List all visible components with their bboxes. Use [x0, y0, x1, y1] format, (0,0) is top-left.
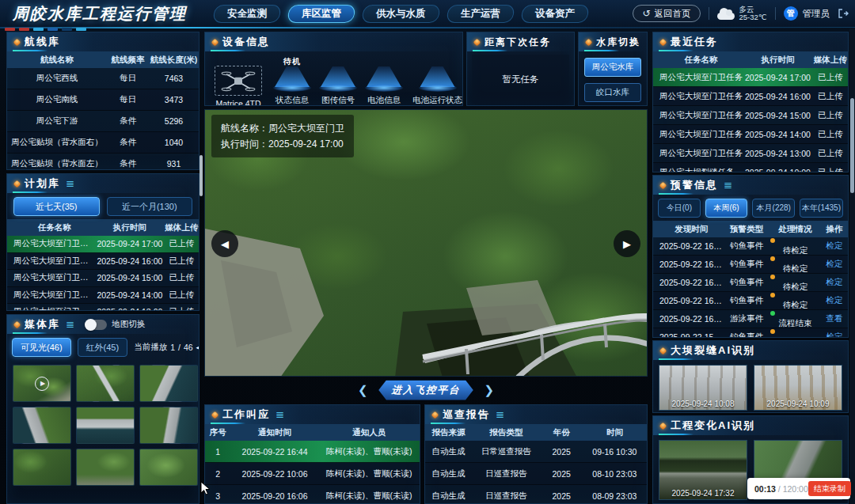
reservoir-option[interactable]: 皎口水库: [584, 83, 641, 102]
route-row[interactable]: 周公宅贴坝（背水面右） 条件 1040: [7, 132, 199, 153]
device-status-item[interactable]: 电池信息: [367, 56, 401, 106]
alert-row[interactable]: 2025-09-22 16:32 钓鱼事件 待检定 检定: [653, 292, 848, 310]
work-row[interactable]: 1 2025-09-22 16:44 陈柯(未读)、曹顺(未读): [205, 441, 420, 463]
device-status-item[interactable]: 待机 状态信息: [275, 56, 310, 106]
list-icon: ≣: [66, 320, 74, 330]
panel-marker-icon: [211, 411, 219, 419]
alert-tab[interactable]: 本年(1435): [800, 199, 843, 218]
next-video-button[interactable]: ▶: [614, 230, 640, 257]
route-row[interactable]: 周公宅贴坝（背水面左） 条件 931: [7, 153, 199, 170]
alert-row[interactable]: 2025-09-22 16:32 钓鱼事件 待检定 检定: [653, 237, 848, 256]
panel-header: 航线库: [7, 32, 199, 51]
media-tab[interactable]: 红外(45): [78, 338, 128, 357]
status-dot: [770, 275, 775, 279]
alert-row[interactable]: 2025-09-22 16:32 钓鱼事件 待检定 检定: [653, 256, 848, 274]
device-status-item[interactable]: 图传信号: [321, 56, 355, 106]
plan-row[interactable]: 周公宅大坝至门卫任务 2025-09-24 14:00 已上传: [7, 287, 199, 305]
route-row[interactable]: 周公宅南线 每日 3473: [7, 89, 199, 111]
map-toggle[interactable]: [85, 320, 107, 330]
panel-title: 大坝裂缝AI识别: [671, 343, 755, 358]
plan-tab[interactable]: 近一个月(130): [107, 197, 193, 216]
media-tab[interactable]: 可见光(46): [12, 338, 71, 357]
media-library-panel: 媒体库 ≣ 地图切换 可见光(46)红外(45) 当前播放 1 / 46 ◀ ▶…: [6, 314, 200, 504]
plan-row[interactable]: 周公宅大坝至门卫任务 2025-09-24 17:00 已上传: [7, 236, 199, 253]
media-thumbnail[interactable]: ▶: [76, 449, 135, 486]
media-thumbnail[interactable]: ▶: [139, 449, 198, 486]
nav-tab[interactable]: 安全监测: [212, 5, 281, 23]
next-task-empty: 暂无任务: [472, 55, 569, 104]
alert-row[interactable]: 2025-09-22 16:32 游泳事件 流程结束 查看: [653, 310, 848, 328]
alert-row[interactable]: 2025-09-22 16:32 钓鱼事件 待检定 检定: [653, 274, 848, 292]
recent-task-row[interactable]: 周公宅大坝至门卫任务 2025-09-24 14:00 已上传: [653, 125, 848, 144]
media-tabs: 可见光(46)红外(45) 当前播放 1 / 46 ◀ ▶: [7, 334, 199, 360]
nav-tab[interactable]: 库区监管: [287, 5, 355, 23]
plan-row[interactable]: 周公宅大坝至门卫任务 2025-09-24 15:00 已上传: [7, 270, 199, 287]
avatar: 管: [784, 6, 798, 21]
change-image[interactable]: 2025-09-24 17:32: [659, 440, 747, 500]
crack-image[interactable]: 2025-09-24 10:09: [754, 365, 842, 411]
nav-tab[interactable]: 设备资产: [520, 5, 589, 23]
media-thumbnail[interactable]: ▶: [13, 449, 71, 486]
media-thumbnail[interactable]: ▶: [139, 365, 198, 402]
recent-task-row[interactable]: 周公宅大坝至门卫任务 2025-09-24 16:00 已上传: [653, 87, 848, 106]
prev-video-button[interactable]: ◀: [211, 230, 238, 257]
media-thumbnail[interactable]: ▶: [13, 365, 71, 402]
logout-icon[interactable]: [838, 8, 849, 19]
plan-row[interactable]: 周公宅大坝至门卫任务 2025-09-24 16:00 已上传: [7, 253, 199, 271]
alert-row[interactable]: 2025-09-22 15:33 钓鱼事件 待检定 检定: [653, 328, 848, 338]
plan-tab[interactable]: 近七天(35): [13, 197, 100, 216]
left-column-scroll-thumb[interactable]: [200, 155, 203, 196]
alert-tab[interactable]: 本月(228): [752, 199, 795, 218]
alert-action-link[interactable]: 检定: [821, 332, 848, 338]
dashboard-root: 周皎水库工程运行管理 安全监测库区监管供水与水质生产运营设备资产 ↺ 返回首页 …: [0, 0, 855, 504]
panel-marker-icon: [659, 181, 667, 189]
route-row[interactable]: 周公宅西线 每日 7463: [7, 68, 199, 89]
page-scrollbar[interactable]: [849, 28, 855, 504]
back-home-button[interactable]: ↺ 返回首页: [633, 5, 700, 22]
report-row[interactable]: 自动生成 日常巡查报告 2025 09-16 10:30: [425, 441, 647, 463]
report-row[interactable]: 自动生成 日巡查报告 2025 08-09 23:03: [425, 485, 647, 504]
scrollbar-thumb[interactable]: [850, 98, 854, 193]
alert-tab[interactable]: 今日(0): [658, 199, 701, 218]
user-widget[interactable]: 管 管理员: [784, 6, 830, 21]
table-header: 发现时间 预警类型 处理情况 操作: [653, 221, 848, 237]
plan-row[interactable]: 周公宅大坝至门卫任务 2025-09-24 13:00 已上传: [7, 304, 199, 311]
panel-header: 设备信息: [205, 32, 462, 51]
flight-platform-button[interactable]: 进入飞控平台: [371, 381, 481, 400]
alert-action-link[interactable]: 查看: [821, 313, 848, 324]
work-row[interactable]: 3 2025-09-20 16:06 陈柯(未读)、曹顺(未读): [205, 485, 420, 504]
stop-recording-button[interactable]: 结束录制: [808, 481, 851, 496]
media-thumbnail[interactable]: ▶: [13, 407, 71, 444]
table-header: 航线名称 航线频率 航线长度(米): [7, 51, 199, 68]
work-row[interactable]: 2 2025-09-22 10:06 陈柯(未读)、曹顺(未读): [205, 463, 420, 485]
nav-tab[interactable]: 供水与水质: [361, 5, 440, 23]
recent-task-row[interactable]: 周公宅大坝至门卫任务 2025-09-24 13:00 已上传: [653, 144, 848, 163]
media-thumbnail[interactable]: ▶: [76, 365, 135, 402]
weather-temp: 25-32℃: [739, 13, 767, 21]
report-row[interactable]: 自动生成 日巡查报告 2025 08-10 23:03: [425, 463, 647, 485]
recent-task-row[interactable]: 周公宅大坝至门卫任务 2025-09-24 17:00 已上传: [653, 68, 848, 87]
media-thumbnail[interactable]: ▶: [76, 407, 135, 444]
nav-tab[interactable]: 生产运营: [446, 5, 515, 23]
next-task-panel: 距离下次任务 暂无任务: [466, 32, 575, 106]
work-response-panel: 工作叫应 ≣ 序号 通知时间 通知人员 1 2025-09-22 16:44 陈…: [204, 404, 420, 504]
alert-action-link[interactable]: 检定: [821, 277, 848, 288]
map-toggle-label: 地图切换: [112, 319, 145, 330]
media-thumbnail[interactable]: ▶: [139, 407, 198, 444]
device-status-item[interactable]: 电池运行状态: [412, 56, 462, 106]
now-playing: 当前播放 1 / 46 ◀ ▶: [134, 342, 200, 353]
alert-action-link[interactable]: 检定: [821, 259, 848, 270]
recent-task-row[interactable]: 周公宅大坝裂缝任务 2025-09-24 10:00 已上传: [653, 163, 848, 172]
reservoir-option[interactable]: 周公宅水库: [584, 58, 641, 77]
table-header: 任务名称 执行时间 媒体上传: [653, 51, 848, 68]
route-row[interactable]: 周公宅下游 条件 5296: [7, 111, 199, 132]
route-library-panel: 航线库 航线名称 航线频率 航线长度(米) 周公宅西线 每日 7463 周公宅南…: [6, 32, 200, 170]
alert-action-link[interactable]: 检定: [821, 241, 848, 252]
prev-media-icon[interactable]: ◀: [196, 343, 200, 351]
reservoir-switch-panel: 水库切换 周公宅水库皎口水库: [578, 32, 648, 106]
crack-image[interactable]: 2025-09-24 10:08: [659, 365, 747, 411]
recent-task-row[interactable]: 周公宅大坝至门卫任务 2025-09-24 15:00 已上传: [653, 106, 848, 125]
alert-action-link[interactable]: 检定: [821, 295, 848, 306]
alert-tab[interactable]: 本周(6): [705, 199, 748, 218]
app-header: 周皎水库工程运行管理 安全监测库区监管供水与水质生产运营设备资产 ↺ 返回首页 …: [0, 0, 855, 28]
